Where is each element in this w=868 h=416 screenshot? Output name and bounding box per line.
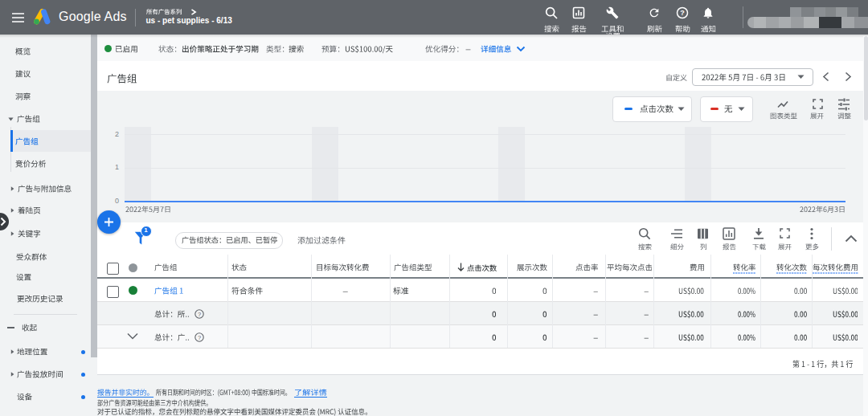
svg-text:?: ? [680,9,685,17]
svg-text:?: ? [198,333,201,341]
svg-text:?: ? [198,310,201,317]
